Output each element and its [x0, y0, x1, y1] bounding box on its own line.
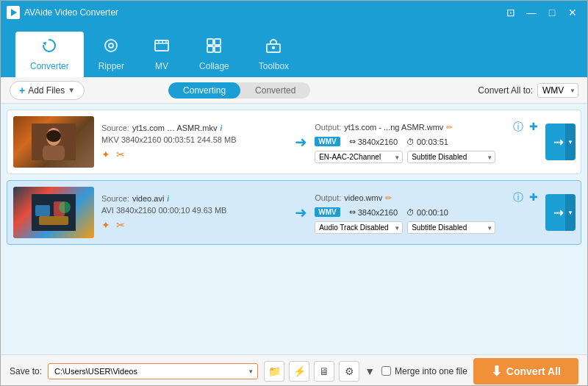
navbar: Converter Ripper MV — [1, 24, 587, 77]
info-icon-1[interactable]: i — [220, 124, 222, 132]
toolbox-icon — [265, 37, 282, 58]
flash-btn[interactable]: ⚡ — [289, 361, 309, 382]
edit-icon-2[interactable]: ✏ — [385, 193, 392, 203]
svg-marker-0 — [11, 9, 17, 16]
thumbnail-img-2 — [13, 187, 94, 238]
out-res-2: ⇔ 3840x2160 — [349, 207, 398, 217]
out-res-val-2: 3840x2160 — [358, 208, 398, 217]
edit-icon-1[interactable]: ✏ — [446, 123, 453, 132]
format-select[interactable]: WMV MP4 AVI MOV — [537, 83, 578, 98]
nav-ripper[interactable]: Ripper — [84, 32, 139, 77]
thumbnail-1 — [13, 116, 94, 168]
subtitle-select-2[interactable]: Subtitle Disabled None — [407, 221, 495, 234]
minimize-btn[interactable]: — — [523, 6, 540, 19]
convert-btn-1[interactable]: ⇢ ▼ — [545, 124, 575, 160]
convert-dropdown-2[interactable]: ▼ — [565, 194, 576, 231]
info-out-icon-2[interactable]: ⓘ — [513, 191, 523, 204]
convert-btn-2[interactable]: ⇢ ▼ — [545, 194, 575, 231]
add-files-button[interactable]: + Add Files ▼ — [10, 81, 85, 100]
output-label-1: Output: — [315, 123, 341, 132]
file-actions-2: ✦ ✂ — [101, 219, 287, 231]
out-format-badge-1: WMV — [315, 137, 340, 146]
tab-converted[interactable]: Converted — [240, 82, 310, 99]
nav-collage[interactable]: Collage — [184, 32, 244, 77]
subtitle-select-wrap-2: Subtitle Disabled None — [407, 221, 495, 234]
nav-mv[interactable]: MV — [139, 32, 184, 77]
convert-all-to-label: Convert All to: — [478, 85, 533, 96]
nav-converter[interactable]: Converter — [15, 32, 84, 77]
merge-text: Merge into one file — [395, 366, 467, 376]
nav-toolbox-label: Toolbox — [259, 61, 289, 71]
audio-select-wrap-2: Audio Track Disabled Audio Track 1 — [315, 221, 403, 234]
source-line-1: Source: yt1s.com … ASMR.mkv i — [101, 124, 287, 132]
settings-btn[interactable]: ⚙ — [339, 361, 359, 382]
caption-btn[interactable]: ⊡ — [502, 6, 520, 19]
output-name-1: yt1s.com - ...ng ASMR.wmv — [344, 123, 443, 132]
info-out-icon-1[interactable]: ⓘ — [513, 121, 523, 134]
add-out-icon-1[interactable]: ✚ — [529, 121, 538, 134]
output-line-1: Output: yt1s.com - ...ng ASMR.wmv ✏ ⓘ ✚ — [315, 121, 538, 134]
output-label-2: Output: — [315, 193, 341, 202]
out-dur-2: ⏱ 00:00:10 — [406, 208, 448, 217]
bottom-bar: Save to: 📁 ⚡ 🖥 ⚙ ▼ Merge into one file ⬇… — [1, 354, 587, 386]
file-info-1: Source: yt1s.com … ASMR.mkv i MKV 3840x2… — [101, 124, 287, 160]
svg-rect-13 — [43, 146, 65, 160]
file-info-2: Source: video.avi i AVI 3840x2160 00:00:… — [101, 194, 287, 231]
out-format-label-2: WMV — [315, 207, 340, 217]
screen-btn[interactable]: 🖥 — [314, 361, 334, 382]
close-btn[interactable]: ✕ — [564, 6, 581, 19]
toolbar: + Add Files ▼ Converting Converted Conve… — [1, 77, 587, 104]
nav-ripper-label: Ripper — [98, 61, 124, 71]
bottom-icons: 📁 ⚡ 🖥 ⚙ ▼ — [264, 361, 376, 382]
source-label-2: Source: — [101, 194, 129, 203]
audio-select-2[interactable]: Audio Track Disabled Audio Track 1 — [315, 221, 403, 234]
thumbnail-img-1 — [13, 116, 94, 168]
star-icon-2[interactable]: ✦ — [101, 219, 110, 231]
merge-checkbox[interactable] — [381, 366, 391, 376]
scissor-icon-2[interactable]: ✂ — [116, 219, 125, 231]
out-res-1: ⇔ 3840x2160 — [349, 137, 398, 146]
save-path-input[interactable] — [48, 363, 258, 379]
arrow-right-2: ➜ — [295, 204, 307, 221]
convert-all-label: Convert All — [506, 365, 561, 377]
svg-point-2 — [105, 40, 117, 51]
output-icons-2: ⓘ ✚ — [513, 191, 538, 204]
save-to-label: Save to: — [10, 366, 42, 376]
settings-arrow-btn[interactable]: ▼ — [364, 361, 376, 382]
main-content: Source: yt1s.com … ASMR.mkv i MKV 3840x2… — [1, 104, 587, 354]
file-item-1: Source: yt1s.com … ASMR.mkv i MKV 3840x2… — [7, 110, 581, 174]
file-meta-2: AVI 3840x2160 00:00:10 49.63 MB — [101, 206, 287, 215]
arrow-right-1: ➜ — [295, 133, 307, 151]
ripper-icon — [103, 37, 119, 58]
out-format-badge-2: WMV — [315, 207, 340, 217]
star-icon-1[interactable]: ✦ — [101, 149, 110, 160]
subtitle-select-1[interactable]: Subtitle Disabled None — [407, 151, 495, 163]
convert-all-to: Convert All to: WMV MP4 AVI MOV — [478, 83, 578, 98]
resize-icon-1: ⇔ — [349, 137, 356, 146]
tab-converting[interactable]: Converting — [168, 82, 240, 99]
folder-btn[interactable]: 📁 — [264, 361, 284, 382]
convert-all-arrow-icon: ⬇ — [491, 363, 502, 379]
app-logo — [7, 6, 20, 19]
output-info-2: Output: video.wmv ✏ ⓘ ✚ WMV ⇔ 3840x2160 … — [315, 191, 538, 234]
collage-icon — [206, 37, 222, 58]
plus-icon: + — [19, 85, 25, 96]
svg-rect-7 — [207, 46, 213, 52]
scissor-icon-1[interactable]: ✂ — [116, 149, 125, 160]
add-out-icon-2[interactable]: ✚ — [529, 191, 538, 204]
mv-icon — [154, 37, 170, 58]
out-format-label-1: WMV — [315, 137, 340, 146]
convert-dropdown-1[interactable]: ▼ — [565, 124, 576, 160]
source-line-2: Source: video.avi i — [101, 194, 287, 203]
output-selects-1: EN-AAC-2Channel Audio Track 1 Subtitle D… — [315, 151, 538, 163]
app-title: AVAide Video Converter — [24, 7, 502, 18]
info-icon-2[interactable]: i — [167, 195, 169, 203]
convert-all-button[interactable]: ⬇ Convert All — [473, 358, 578, 385]
out-res-val-1: 3840x2160 — [358, 137, 398, 146]
audio-select-1[interactable]: EN-AAC-2Channel Audio Track 1 — [315, 151, 403, 163]
maximize-btn[interactable]: □ — [543, 6, 561, 19]
out-dur-1: ⏱ 00:03:51 — [406, 137, 448, 146]
output-name-2: video.wmv — [344, 193, 382, 202]
nav-toolbox[interactable]: Toolbox — [244, 32, 304, 77]
output-info-1: Output: yt1s.com - ...ng ASMR.wmv ✏ ⓘ ✚ … — [315, 121, 538, 163]
